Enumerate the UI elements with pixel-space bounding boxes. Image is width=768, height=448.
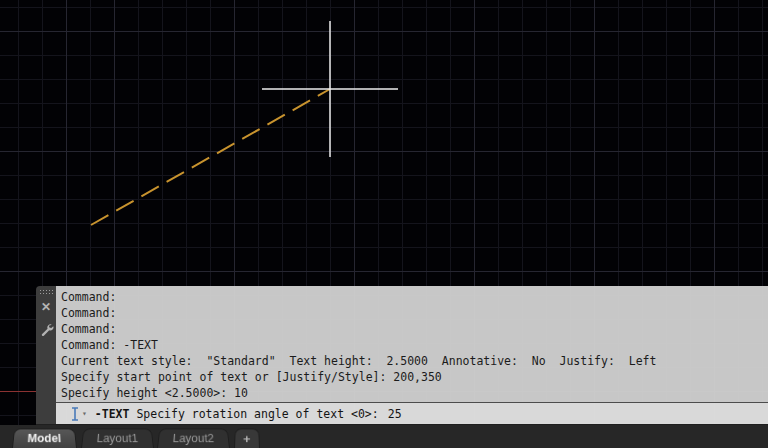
- command-input-line[interactable]: ▾ -TEXT Specify rotation angle of text <…: [56, 402, 768, 424]
- command-history-line: Command:: [61, 321, 768, 337]
- tab-layout1[interactable]: Layout1: [81, 429, 154, 448]
- tab-layout2[interactable]: Layout2: [157, 429, 230, 448]
- autocad-window: ✕ Command: Command: Command: Command: -T…: [0, 0, 768, 448]
- active-command-name: -TEXT: [95, 407, 130, 421]
- command-history-line: Command:: [61, 305, 768, 321]
- command-window-main: Command: Command: Command: Command: -TEX…: [56, 286, 768, 424]
- drag-grip-icon[interactable]: [39, 289, 53, 295]
- command-history-line: Specify height <2.5000>: 10: [61, 385, 768, 401]
- command-window: ✕ Command: Command: Command: Command: -T…: [36, 286, 768, 426]
- command-window-titlebar[interactable]: ✕: [36, 286, 56, 424]
- command-prompt-text: Specify rotation angle of text <0>:: [129, 407, 378, 421]
- command-input-value[interactable]: 25: [388, 407, 402, 421]
- layout-tab-bar: Model Layout1 Layout2 +: [0, 425, 768, 448]
- command-history-line: Command: -TEXT: [61, 337, 768, 353]
- text-cursor-icon: [70, 407, 80, 421]
- command-history-line: Command:: [61, 289, 768, 305]
- command-history: Command: Command: Command: Command: -TEX…: [56, 286, 768, 402]
- customize-wrench-icon[interactable]: [39, 322, 54, 337]
- new-layout-button[interactable]: +: [234, 429, 260, 448]
- command-history-line: Specify start point of text or [Justify/…: [61, 369, 768, 385]
- command-history-line: Current text style: "Standard" Text heig…: [61, 353, 768, 369]
- close-icon[interactable]: ✕: [41, 301, 51, 313]
- tab-model[interactable]: Model: [12, 429, 77, 448]
- recent-commands-dropdown-icon[interactable]: ▾: [82, 410, 87, 418]
- rubber-band-line: [91, 89, 330, 225]
